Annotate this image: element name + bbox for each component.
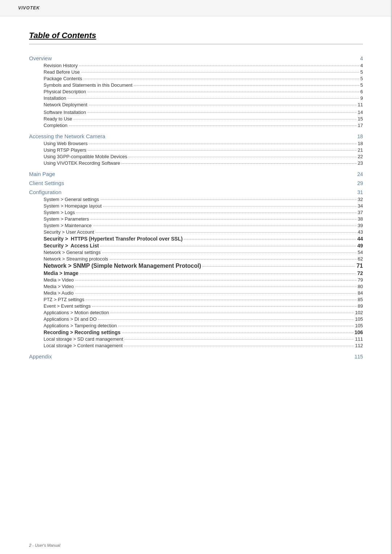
toc-section-appendix: Appendix 115 [29,353,363,360]
main-content: Table of Contents Overview 4 Revision Hi… [0,16,392,384]
toc-entry[interactable]: Using RTSP Players 21 [44,147,363,153]
toc-section-clientsettings: Client Settings 29 [29,180,363,186]
toc-entries-overview: Revision History 4 Read Before Use 5 Pac… [44,63,363,128]
toc-section-overview: Overview 4 Revision History 4 Read Befor… [29,55,363,128]
toc-heading-accessing-page: 18 [352,134,363,139]
toc-section-accessing: Accessing the Network Camera 18 Using We… [29,133,363,166]
toc-heading-clientsettings-page: 29 [352,180,363,186]
brand-name: VIVOTEK [18,5,40,11]
toc-heading-appendix[interactable]: Appendix 115 [29,353,363,360]
toc-entry[interactable]: Security > User Account 43 [44,229,363,235]
toc-entries-configuration: System > General settings 32 System > Ho… [44,197,363,348]
toc-entry[interactable]: Read Before Use 5 [44,69,363,75]
toc-entry[interactable]: Package Contents 5 [44,76,363,81]
toc-entry[interactable]: Completion 17 [44,123,363,128]
toc-entry[interactable]: Ready to Use 15 [44,116,363,122]
toc-container: Overview 4 Revision History 4 Read Befor… [29,55,363,360]
toc-heading-overview-text: Overview [29,55,52,61]
toc-heading-overview-page: 4 [352,56,363,61]
toc-entry[interactable]: Network > SNMP (Simple Network Managemen… [44,263,363,269]
toc-entry[interactable]: Physical Description 6 [44,89,363,94]
toc-entry[interactable]: Symbols and Statements in this Document … [44,82,363,88]
toc-heading-mainpage[interactable]: Main Page 24 [29,171,363,177]
toc-entry[interactable]: Network > Streaming protocols 62 [44,256,363,262]
toc-entry[interactable]: Security > Access List 49 [44,243,363,249]
toc-section-mainpage: Main Page 24 [29,171,363,177]
toc-heading-appendix-text: Appendix [29,353,52,360]
toc-heading-accessing[interactable]: Accessing the Network Camera 18 [29,133,363,139]
toc-heading-accessing-text: Accessing the Network Camera [29,133,105,139]
toc-entry[interactable]: Media > Image 72 [44,270,363,276]
toc-entry[interactable]: System > Parameters 38 [44,216,363,222]
toc-heading-clientsettings-text: Client Settings [29,180,64,186]
toc-entries-accessing: Using Web Browsers 18 Using RTSP Players… [44,141,363,166]
toc-entry[interactable]: Local storage > SD card management 111 [44,336,363,342]
toc-heading-mainpage-page: 24 [352,171,363,177]
toc-heading-clientsettings[interactable]: Client Settings 29 [29,180,363,186]
top-header: VIVOTEK [0,0,392,16]
toc-heading-configuration[interactable]: Configuration 31 [29,189,363,195]
toc-heading-configuration-page: 31 [352,189,363,195]
toc-entry[interactable]: PTZ > PTZ settings 85 [44,297,363,302]
toc-entry[interactable]: Local storage > Content management 112 [44,343,363,348]
toc-entry[interactable]: Media > Video 79 [44,277,363,283]
toc-heading-mainpage-text: Main Page [29,171,55,177]
toc-entry[interactable]: System > General settings 32 [44,197,363,202]
page-footer: 2 - User's Manual [29,543,60,547]
toc-heading-configuration-text: Configuration [29,189,61,195]
page-title: Table of Contents [29,31,363,44]
toc-entry[interactable]: Installation 9 [44,95,363,101]
toc-section-configuration: Configuration 31 System > General settin… [29,189,363,348]
toc-entry[interactable]: Security > HTTPS (Hypertext Transfer Pro… [44,236,363,242]
toc-entry[interactable]: System > Logs 37 [44,210,363,215]
toc-entry[interactable]: Revision History 4 [44,63,363,68]
toc-entry[interactable]: System > Maintenance 39 [44,223,363,228]
toc-entry[interactable]: Network > General settings 54 [44,250,363,255]
toc-entry[interactable]: Software Installation 14 [44,110,363,115]
toc-entry[interactable]: Network Deployment 11 [44,102,363,107]
toc-entry[interactable]: Applications > Tampering detection 105 [44,323,363,328]
toc-entry[interactable]: Using 3GPP-compatible Mobile Devices 22 [44,154,363,159]
toc-entry[interactable]: Event > Event settings 89 [44,303,363,309]
page-wrapper: VIVOTEK Table of Contents Overview 4 Rev… [0,0,392,554]
toc-entry[interactable]: Media > Audio 84 [44,290,363,296]
toc-entry[interactable]: Recording > Recording settings 106 [44,329,363,335]
toc-entry[interactable]: Using Web Browsers 18 [44,141,363,146]
toc-entry[interactable]: Applications > Motion detection 102 [44,310,363,315]
toc-entry[interactable]: Applications > DI and DO 105 [44,316,363,322]
toc-entry[interactable]: System > Homepage layout 34 [44,203,363,209]
toc-entry[interactable]: Using VIVOTEK Recording Software 23 [44,160,363,166]
toc-heading-appendix-page: 115 [352,354,363,360]
toc-entry[interactable]: Media > Video 80 [44,284,363,289]
toc-heading-overview[interactable]: Overview 4 [29,55,363,61]
